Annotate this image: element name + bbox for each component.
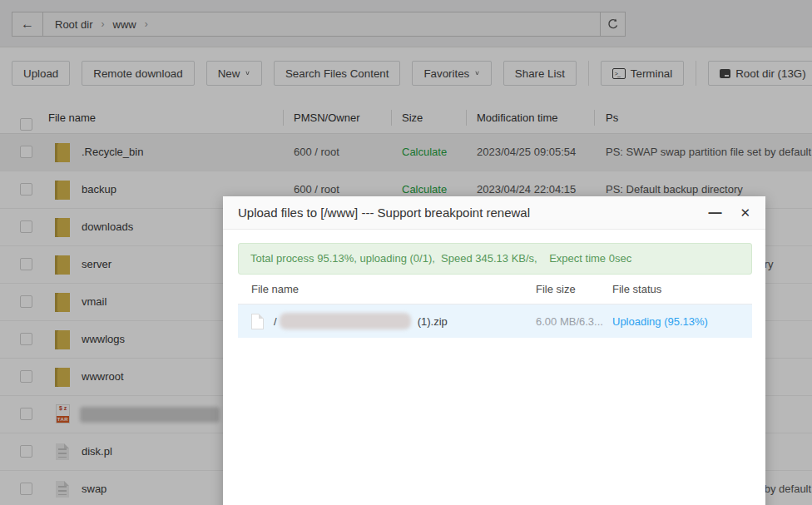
upload-table-header: File name File size File status [238, 275, 752, 304]
header-file-size: File size [536, 283, 612, 295]
modal-title-bar: Upload files to [/www] --- Support break… [223, 196, 765, 230]
upload-file-status[interactable]: Uploading (95.13%) [612, 315, 752, 328]
file-name-prefix: / [274, 315, 277, 328]
file-name-suffix: (1).zip [418, 315, 448, 328]
upload-table: File name File size File status / (1).zi… [238, 275, 752, 338]
blurred-file-name [280, 313, 411, 329]
file-icon [251, 314, 264, 329]
close-icon[interactable]: ✕ [740, 205, 750, 220]
header-file-status: File status [612, 283, 752, 295]
header-file-name: File name [238, 283, 536, 295]
upload-file-size: 6.00 MB/6.3... [536, 315, 612, 328]
upload-modal: Upload files to [/www] --- Support break… [223, 196, 765, 505]
minimize-icon[interactable]: — [708, 205, 721, 220]
upload-progress-notice: Total process 95.13%, uploading (0/1), S… [238, 243, 752, 275]
modal-title: Upload files to [/www] --- Support break… [238, 205, 708, 220]
upload-file-name: / (1).zip [238, 313, 536, 329]
upload-row[interactable]: / (1).zip 6.00 MB/6.3... Uploading (95.1… [238, 304, 752, 338]
